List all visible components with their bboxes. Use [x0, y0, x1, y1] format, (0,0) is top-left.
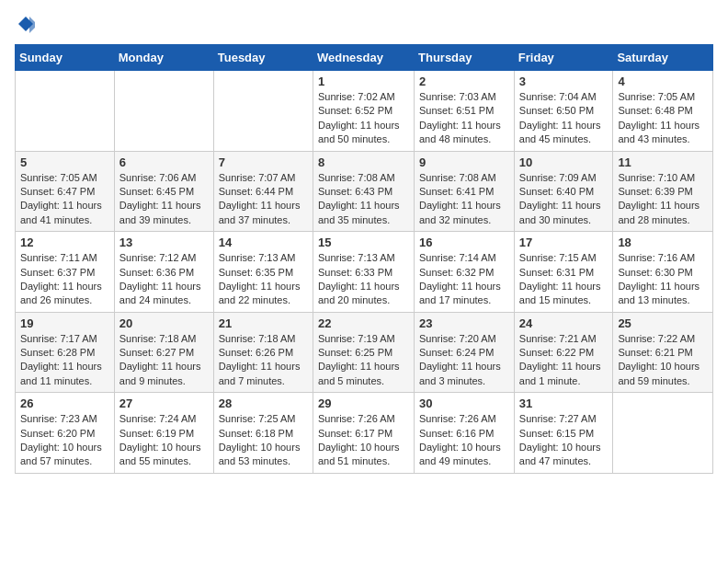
page: SundayMondayTuesdayWednesdayThursdayFrid…: [0, 0, 728, 563]
logo: [15, 15, 35, 33]
calendar-cell: 5Sunrise: 7:05 AMSunset: 6:47 PMDaylight…: [16, 151, 115, 232]
header: [15, 15, 713, 33]
day-number: 30: [419, 396, 509, 410]
day-info: Sunrise: 7:15 AMSunset: 6:31 PMDaylight:…: [519, 251, 609, 308]
svg-marker-1: [29, 17, 35, 33]
weekday-header-thursday: Thursday: [415, 45, 515, 71]
weekday-header-tuesday: Tuesday: [213, 45, 313, 71]
day-number: 15: [318, 236, 409, 249]
calendar-week-row: 19Sunrise: 7:17 AMSunset: 6:28 PMDayligh…: [16, 312, 713, 393]
day-number: 1: [318, 75, 409, 88]
day-info: Sunrise: 7:22 AMSunset: 6:21 PMDaylight:…: [618, 332, 708, 389]
day-info: Sunrise: 7:12 AMSunset: 6:36 PMDaylight:…: [119, 251, 209, 308]
day-info: Sunrise: 7:03 AMSunset: 6:51 PMDaylight:…: [419, 90, 509, 147]
day-number: 24: [519, 316, 609, 330]
day-info: Sunrise: 7:11 AMSunset: 6:37 PMDaylight:…: [20, 251, 109, 308]
calendar-week-row: 5Sunrise: 7:05 AMSunset: 6:47 PMDaylight…: [16, 151, 713, 232]
calendar-week-row: 26Sunrise: 7:23 AMSunset: 6:20 PMDayligh…: [16, 393, 713, 474]
day-info: Sunrise: 7:04 AMSunset: 6:50 PMDaylight:…: [519, 90, 609, 147]
weekday-header-monday: Monday: [114, 45, 213, 71]
day-info: Sunrise: 7:24 AMSunset: 6:19 PMDaylight:…: [119, 412, 209, 469]
calendar-cell: 26Sunrise: 7:23 AMSunset: 6:20 PMDayligh…: [16, 393, 115, 474]
weekday-header-wednesday: Wednesday: [313, 45, 414, 71]
day-number: 8: [318, 155, 409, 169]
calendar-cell: 13Sunrise: 7:12 AMSunset: 6:36 PMDayligh…: [114, 232, 213, 313]
calendar-week-row: 1Sunrise: 7:02 AMSunset: 6:52 PMDaylight…: [16, 71, 713, 152]
day-info: Sunrise: 7:05 AMSunset: 6:48 PMDaylight:…: [618, 90, 708, 147]
day-number: 22: [318, 316, 409, 330]
calendar-cell: 21Sunrise: 7:18 AMSunset: 6:26 PMDayligh…: [213, 312, 313, 393]
day-number: 13: [119, 236, 209, 249]
day-info: Sunrise: 7:27 AMSunset: 6:15 PMDaylight:…: [519, 412, 609, 469]
day-number: 18: [618, 236, 708, 249]
calendar-cell: 16Sunrise: 7:14 AMSunset: 6:32 PMDayligh…: [415, 232, 515, 313]
day-number: 19: [20, 316, 109, 330]
calendar-cell: [213, 71, 313, 152]
calendar-cell: 3Sunrise: 7:04 AMSunset: 6:50 PMDaylight…: [514, 71, 613, 152]
calendar-cell: 18Sunrise: 7:16 AMSunset: 6:30 PMDayligh…: [613, 232, 713, 313]
day-info: Sunrise: 7:17 AMSunset: 6:28 PMDaylight:…: [20, 332, 109, 389]
day-info: Sunrise: 7:18 AMSunset: 6:27 PMDaylight:…: [119, 332, 209, 389]
calendar-cell: 19Sunrise: 7:17 AMSunset: 6:28 PMDayligh…: [16, 312, 115, 393]
calendar-cell: 14Sunrise: 7:13 AMSunset: 6:35 PMDayligh…: [213, 232, 313, 313]
calendar-cell: 10Sunrise: 7:09 AMSunset: 6:40 PMDayligh…: [514, 151, 613, 232]
day-info: Sunrise: 7:14 AMSunset: 6:32 PMDaylight:…: [419, 251, 509, 308]
day-number: 29: [318, 396, 409, 410]
logo-icon: [17, 15, 35, 33]
calendar-cell: [114, 71, 213, 152]
day-number: 4: [618, 75, 708, 88]
day-info: Sunrise: 7:13 AMSunset: 6:35 PMDaylight:…: [219, 251, 308, 308]
calendar-cell: 27Sunrise: 7:24 AMSunset: 6:19 PMDayligh…: [114, 393, 213, 474]
day-number: 7: [219, 155, 308, 169]
day-number: 16: [419, 236, 509, 249]
weekday-header-saturday: Saturday: [613, 45, 713, 71]
day-info: Sunrise: 7:21 AMSunset: 6:22 PMDaylight:…: [519, 332, 609, 389]
day-info: Sunrise: 7:06 AMSunset: 6:45 PMDaylight:…: [119, 171, 209, 228]
day-number: 14: [219, 236, 308, 249]
weekday-header-sunday: Sunday: [16, 45, 115, 71]
calendar-table: SundayMondayTuesdayWednesdayThursdayFrid…: [15, 44, 713, 474]
day-number: 21: [219, 316, 308, 330]
calendar-cell: 23Sunrise: 7:20 AMSunset: 6:24 PMDayligh…: [415, 312, 515, 393]
day-info: Sunrise: 7:08 AMSunset: 6:43 PMDaylight:…: [318, 171, 409, 228]
calendar-cell: 30Sunrise: 7:26 AMSunset: 6:16 PMDayligh…: [415, 393, 515, 474]
calendar-cell: 1Sunrise: 7:02 AMSunset: 6:52 PMDaylight…: [313, 71, 414, 152]
calendar-cell: 8Sunrise: 7:08 AMSunset: 6:43 PMDaylight…: [313, 151, 414, 232]
day-info: Sunrise: 7:02 AMSunset: 6:52 PMDaylight:…: [318, 90, 409, 147]
day-number: 26: [20, 396, 109, 410]
day-number: 10: [519, 155, 609, 169]
day-info: Sunrise: 7:19 AMSunset: 6:25 PMDaylight:…: [318, 332, 409, 389]
calendar-cell: 22Sunrise: 7:19 AMSunset: 6:25 PMDayligh…: [313, 312, 414, 393]
day-number: 27: [119, 396, 209, 410]
calendar-cell: 20Sunrise: 7:18 AMSunset: 6:27 PMDayligh…: [114, 312, 213, 393]
day-info: Sunrise: 7:16 AMSunset: 6:30 PMDaylight:…: [618, 251, 708, 308]
calendar-cell: 9Sunrise: 7:08 AMSunset: 6:41 PMDaylight…: [415, 151, 515, 232]
day-number: 31: [519, 396, 609, 410]
weekday-header-friday: Friday: [514, 45, 613, 71]
day-number: 25: [618, 316, 708, 330]
day-number: 20: [119, 316, 209, 330]
calendar-header-row: SundayMondayTuesdayWednesdayThursdayFrid…: [16, 45, 713, 71]
day-number: 23: [419, 316, 509, 330]
day-info: Sunrise: 7:23 AMSunset: 6:20 PMDaylight:…: [20, 412, 109, 469]
calendar-cell: 28Sunrise: 7:25 AMSunset: 6:18 PMDayligh…: [213, 393, 313, 474]
calendar-cell: [16, 71, 115, 152]
day-number: 12: [20, 236, 109, 249]
day-info: Sunrise: 7:10 AMSunset: 6:39 PMDaylight:…: [618, 171, 708, 228]
day-number: 28: [219, 396, 308, 410]
calendar-cell: 11Sunrise: 7:10 AMSunset: 6:39 PMDayligh…: [613, 151, 713, 232]
day-info: Sunrise: 7:07 AMSunset: 6:44 PMDaylight:…: [219, 171, 308, 228]
day-number: 11: [618, 155, 708, 169]
day-info: Sunrise: 7:13 AMSunset: 6:33 PMDaylight:…: [318, 251, 409, 308]
day-info: Sunrise: 7:25 AMSunset: 6:18 PMDaylight:…: [219, 412, 308, 469]
day-info: Sunrise: 7:26 AMSunset: 6:16 PMDaylight:…: [419, 412, 509, 469]
day-number: 17: [519, 236, 609, 249]
day-info: Sunrise: 7:08 AMSunset: 6:41 PMDaylight:…: [419, 171, 509, 228]
day-info: Sunrise: 7:05 AMSunset: 6:47 PMDaylight:…: [20, 171, 109, 228]
day-info: Sunrise: 7:26 AMSunset: 6:17 PMDaylight:…: [318, 412, 409, 469]
calendar-cell: 24Sunrise: 7:21 AMSunset: 6:22 PMDayligh…: [514, 312, 613, 393]
calendar-cell: 29Sunrise: 7:26 AMSunset: 6:17 PMDayligh…: [313, 393, 414, 474]
calendar-cell: 7Sunrise: 7:07 AMSunset: 6:44 PMDaylight…: [213, 151, 313, 232]
day-info: Sunrise: 7:20 AMSunset: 6:24 PMDaylight:…: [419, 332, 509, 389]
calendar-cell: 31Sunrise: 7:27 AMSunset: 6:15 PMDayligh…: [514, 393, 613, 474]
